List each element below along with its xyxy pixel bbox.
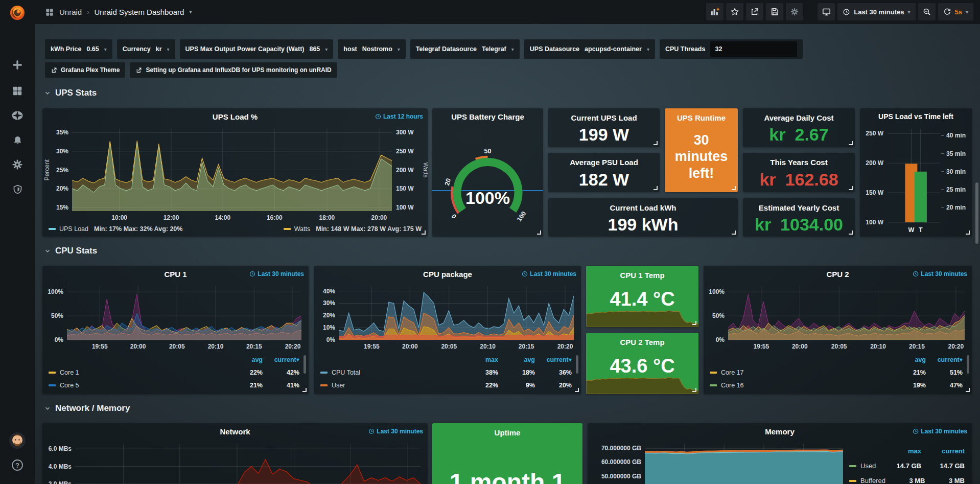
stat-title[interactable]: Estimated Yearly Cost [743, 203, 855, 212]
legend-row[interactable]: Used14.7 GB14.7 GB [849, 458, 965, 473]
legend-sort-max[interactable]: max [878, 447, 921, 455]
grafana-logo[interactable] [0, 2, 35, 24]
stat-title[interactable]: Average Daily Cost [743, 113, 855, 122]
legend-sort-current[interactable]: current▾ [926, 356, 963, 363]
settings-gear-button[interactable] [786, 3, 803, 20]
breadcrumb-caret-icon[interactable]: ▾ [189, 9, 192, 15]
stat-title[interactable]: This Years Cost [743, 158, 855, 167]
legend-row[interactable]: Buffered3 MB3 MB [849, 473, 965, 484]
sidebar-item-alerting-bell[interactable] [0, 130, 35, 150]
legend-sort-max[interactable]: max [461, 356, 498, 363]
sidebar-item-configuration-gear[interactable] [0, 154, 35, 175]
cpu-package-legend[interactable]: maxavgcurrent▾CPU Total38%18%36%User22%9… [314, 352, 581, 394]
svg-text:20:20: 20:20 [285, 343, 301, 350]
panel-time-range[interactable]: Last 12 hours [375, 113, 423, 120]
cpu1-chart[interactable]: 19:5520:0020:0520:1020:1520:20100%50%0% [42, 282, 309, 352]
section-network-memory[interactable]: Network / Memory [44, 403, 130, 413]
save-button[interactable] [766, 3, 783, 20]
variable-host[interactable]: hostNostromo▾ [338, 39, 405, 59]
avatar[interactable] [0, 429, 35, 452]
panel-title[interactable]: UPS Load % [42, 112, 428, 121]
variable-telegraf-datasource[interactable]: Telegraf DatasourceTelegraf▾ [410, 39, 520, 59]
section-cpu-stats[interactable]: CPU Stats [44, 246, 97, 256]
ups-load-legend[interactable]: UPS LoadMin: 17% Max: 32% Avg: 20%WattsM… [42, 223, 428, 237]
variable-kwh-price[interactable]: kWh Price0.65▾ [45, 39, 112, 59]
help-icon[interactable]: ? [0, 455, 35, 475]
section-ups-stats[interactable]: UPS Stats [44, 88, 97, 98]
sidebar-item-dashboards[interactable] [0, 81, 35, 101]
panel-title[interactable]: UPS Battery Charge [432, 112, 543, 121]
tv-cycle-button[interactable] [818, 3, 835, 20]
legend-scrollbar[interactable] [576, 355, 578, 374]
legend-item[interactable]: WattsMin: 148 W Max: 278 W Avg: 175 W [284, 225, 422, 233]
legend-row[interactable]: Core 122%42% [49, 366, 299, 379]
zoom-out-button[interactable] [918, 3, 936, 20]
memory-legend[interactable]: maxcurrentUsed14.7 GB14.7 GBBuffered3 MB… [849, 440, 972, 484]
variable-ups-max-output[interactable]: UPS Max Output Power Capacity (Watt)865▾ [180, 39, 334, 59]
svg-text:0%: 0% [716, 336, 725, 343]
sidebar-item-server-admin-shield[interactable] [0, 179, 35, 199]
legend-item[interactable]: UPS LoadMin: 17% Max: 32% Avg: 20% [49, 225, 182, 233]
stat-title[interactable]: Current UPS Load [548, 113, 660, 122]
legend-row[interactable]: CPU Total38%18%36% [320, 366, 572, 379]
refresh-picker[interactable]: 5s ▾ [938, 3, 974, 20]
cpu1-legend[interactable]: avgcurrent▾Core 122%42%Core 521%41% [42, 352, 309, 394]
panel-time-range[interactable]: Last 30 minutes [249, 270, 304, 278]
share-button[interactable] [746, 3, 763, 20]
network-chart[interactable]: 6.0 MBs4.0 MBs2.0 MBs [42, 440, 428, 484]
svg-text:T: T [919, 226, 923, 234]
variable-currency[interactable]: Currencykr▾ [117, 39, 175, 59]
add-panel-button[interactable] [706, 3, 724, 20]
breadcrumb-root[interactable]: Unraid [59, 8, 82, 16]
stat-title[interactable]: CPU 1 Temp [586, 271, 698, 280]
legend-sort-avg[interactable]: avg [226, 356, 263, 363]
cpu2-legend[interactable]: avgcurrent▾Core 1721%51%Core 1619%47% [704, 352, 972, 394]
legend-sort-current[interactable]: current▾ [263, 356, 299, 363]
stat-title[interactable]: Current Load kWh [548, 203, 738, 212]
panel-ups-battery-charge: UPS Battery Charge 02050100100% [432, 108, 543, 237]
legend-sort-current[interactable]: current▾ [535, 356, 572, 363]
page-scrollbar[interactable] [975, 182, 978, 244]
sidebar-item-explore-compass[interactable] [0, 105, 35, 126]
legend-row[interactable]: Core 521%41% [49, 379, 299, 391]
link-ups-monitoring-guide[interactable]: Setting up Grafana and InfluxDB for UPS … [130, 62, 337, 78]
legend-row[interactable]: Core 1721%51% [710, 366, 963, 379]
dashboard-links-row: Grafana Plex Theme Setting up Grafana an… [45, 62, 337, 78]
cpu2-chart[interactable]: 19:5520:0020:0520:1020:1520:20100%50%0% [704, 282, 972, 352]
svg-text:0: 0 [450, 213, 457, 220]
panel-time-range[interactable]: Last 30 minutes [913, 270, 967, 278]
stat-title[interactable]: Average PSU Load [548, 158, 660, 167]
legend-sort-avg[interactable]: avg [498, 356, 535, 363]
legend-sort-avg[interactable]: avg [889, 356, 926, 363]
memory-chart[interactable]: 70.000000 GB60.000000 GB50.000000 GB [588, 440, 849, 484]
breadcrumb-current[interactable]: Unraid System Dashboard [95, 8, 184, 16]
stat-title[interactable]: Uptime [432, 428, 582, 437]
legend-swatch [284, 228, 291, 230]
legend-row[interactable]: Core 1619%47% [710, 379, 963, 391]
cpu-package-chart[interactable]: 19:5520:0020:0520:1020:1520:2040%30%20%1… [314, 282, 581, 352]
star-button[interactable] [726, 3, 743, 20]
battery-charge-gauge[interactable]: 02050100100% [432, 125, 543, 237]
panel-time-range[interactable]: Last 30 minutes [368, 428, 423, 435]
legend-scrollbar[interactable] [304, 355, 306, 374]
sidebar-item-create[interactable] [0, 55, 35, 75]
ups-load-chart[interactable]: 10:0012:0014:0016:0018:0020:0035%30%25%2… [42, 125, 428, 223]
legend-row[interactable]: User22%9%20% [320, 379, 572, 391]
link-grafana-plex-theme[interactable]: Grafana Plex Theme [45, 62, 125, 78]
stat-title[interactable]: CPU 2 Temp [586, 338, 698, 347]
panel-time-range[interactable]: Last 30 minutes [913, 428, 967, 435]
svg-text:100%: 100% [465, 188, 510, 208]
ups-load-vs-time-bar-chart[interactable]: 250 W200 W150 W100 W40 min35 min30 min25… [860, 125, 972, 237]
stat-title[interactable]: UPS Runtime [665, 113, 738, 122]
dashboards-grid-icon[interactable] [45, 8, 54, 17]
legend-sort-current[interactable]: current [921, 447, 965, 455]
panel-time-range[interactable]: Last 30 minutes [522, 270, 576, 278]
variable-ups-datasource[interactable]: UPS Datasourceapcupsd-container▾ [524, 39, 655, 59]
legend-scrollbar[interactable] [967, 355, 969, 374]
time-range-picker[interactable]: Last 30 minutes ▾ [837, 3, 915, 20]
svg-text:25 min: 25 min [946, 186, 966, 193]
refresh-icon [943, 8, 951, 16]
cpu-threads-input[interactable] [710, 41, 797, 57]
panel-title[interactable]: UPS Load vs Time left [860, 112, 972, 121]
legend-swatch [49, 384, 56, 386]
